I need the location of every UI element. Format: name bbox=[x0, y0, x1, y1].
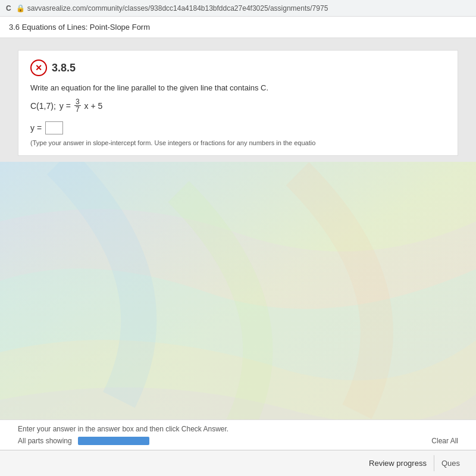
answer-input[interactable] bbox=[45, 121, 63, 134]
reload-button[interactable]: C bbox=[6, 4, 11, 12]
answer-label: y = bbox=[30, 123, 42, 133]
fraction: 3 7 bbox=[74, 98, 81, 113]
enter-answer-instruction: Enter your answer in the answer box and … bbox=[18, 425, 458, 433]
answer-row: y = bbox=[30, 121, 446, 134]
all-parts-label: All parts showing bbox=[18, 437, 72, 445]
question-button[interactable]: Ques bbox=[434, 455, 467, 471]
main-content: ✕ 3.8.5 Write an equation for the line p… bbox=[0, 38, 476, 476]
problem-title-row: ✕ 3.8.5 bbox=[30, 60, 446, 76]
review-progress-button[interactable]: Review progress bbox=[362, 455, 434, 471]
hint-text: (Type your answer in slope-intercept for… bbox=[30, 139, 446, 146]
problem-instruction: Write an equation for the line parallel … bbox=[30, 83, 446, 92]
top-nav: 3.6 Equations of Lines: Point-Slope Form bbox=[0, 17, 476, 38]
bottom-bar: Enter your answer in the answer box and … bbox=[0, 419, 476, 450]
page-title: 3.6 Equations of Lines: Point-Slope Form bbox=[9, 23, 150, 32]
url-bar[interactable]: savvasrealize.com/community/classes/938d… bbox=[27, 4, 328, 12]
equation-display: C(1,7); y = 3 7 x + 5 bbox=[30, 98, 446, 113]
all-parts-row: All parts showing Clear All bbox=[18, 437, 458, 445]
x-badge: ✕ bbox=[30, 60, 47, 76]
given-point: C(1,7); bbox=[30, 101, 56, 111]
fraction-denominator: 7 bbox=[74, 106, 81, 113]
progress-bar bbox=[78, 437, 149, 445]
content-card: ✕ 3.8.5 Write an equation for the line p… bbox=[18, 50, 458, 156]
equation-prefix: y = bbox=[60, 101, 71, 111]
lock-icon: 🔒 bbox=[16, 4, 25, 12]
equation-suffix: x + 5 bbox=[84, 101, 103, 111]
problem-number: 3.8.5 bbox=[52, 62, 76, 74]
footer-action-row: Review progress Ques bbox=[0, 450, 476, 476]
wave-background bbox=[0, 162, 476, 419]
browser-bar: C 🔒 savvasrealize.com/community/classes/… bbox=[0, 0, 476, 17]
clear-all-button[interactable]: Clear All bbox=[431, 437, 458, 445]
